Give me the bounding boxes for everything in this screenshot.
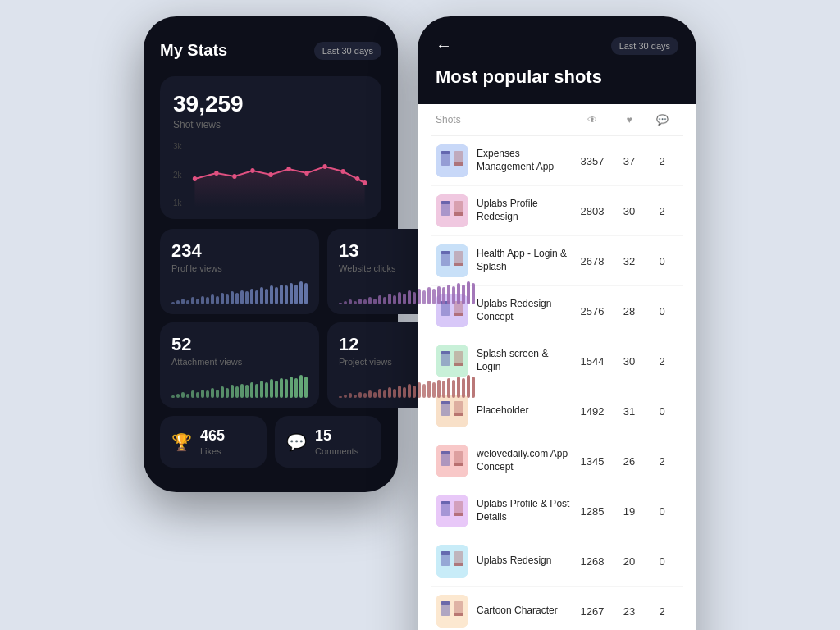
mini-bar <box>191 297 194 304</box>
mini-bar <box>265 382 268 398</box>
svg-rect-35 <box>454 363 463 366</box>
stats-grid: 234Profile views13Website clicks52Attach… <box>160 229 381 408</box>
mini-bar <box>240 384 244 399</box>
mini-bar <box>388 294 391 304</box>
mini-bar <box>354 301 357 304</box>
mini-bar <box>211 388 214 398</box>
svg-rect-18 <box>441 201 450 204</box>
mini-bar <box>427 287 431 304</box>
shot-likes-1: 30 <box>613 205 646 217</box>
mini-bar <box>413 292 416 304</box>
mini-bar <box>299 375 303 398</box>
svg-point-1 <box>214 171 218 176</box>
mini-bar <box>432 289 436 304</box>
shot-comments-5: 0 <box>646 405 678 418</box>
shot-likes-6: 26 <box>613 455 646 468</box>
table-row[interactable]: Uplabs Profile Redesign2803302 <box>431 186 683 236</box>
svg-rect-58 <box>441 601 450 605</box>
shot-name-6: welovedaily.com App Concept <box>477 448 572 473</box>
th-views: 👁 <box>572 114 613 126</box>
shot-views-6: 1345 <box>572 455 613 468</box>
mini-bar <box>260 381 263 398</box>
table-row[interactable]: welovedaily.com App Concept1345262 <box>431 436 683 486</box>
shot-comments-4: 2 <box>646 355 678 368</box>
shot-name-9: Cartoon Character <box>477 605 558 618</box>
mini-bar <box>270 379 273 398</box>
mini-bar <box>294 285 298 305</box>
mini-bar <box>280 378 283 399</box>
svg-point-2 <box>232 174 236 179</box>
shot-thumb-9 <box>436 595 468 628</box>
svg-point-3 <box>250 168 254 173</box>
mini-bar <box>403 294 406 304</box>
table-row[interactable]: Cartoon Character1267232 <box>431 587 683 630</box>
shot-likes-7: 19 <box>613 505 646 518</box>
mini-bar <box>422 290 426 304</box>
svg-rect-30 <box>454 313 463 316</box>
shot-thumb-8 <box>436 545 468 578</box>
mini-bar <box>181 299 185 304</box>
mini-bar <box>299 281 303 304</box>
shot-comments-3: 0 <box>646 305 678 317</box>
shots-table: Shots 👁 ♥ 💬 Expenses Management App33573… <box>418 104 696 630</box>
mini-bar <box>181 392 185 398</box>
table-row[interactable]: Health App - Login & Splash2678320 <box>431 236 683 286</box>
svg-rect-45 <box>454 463 463 466</box>
svg-point-5 <box>286 167 290 171</box>
stat-card-0: 234Profile views <box>160 229 319 314</box>
mini-bar <box>378 389 381 398</box>
shot-name-0: Expenses Management App <box>477 148 572 173</box>
mini-bar <box>457 283 460 304</box>
mini-bar <box>285 379 288 398</box>
mini-bar <box>363 393 367 398</box>
table-row[interactable]: Uplabs Profile & Post Details1285190 <box>431 486 683 536</box>
stat-card-2: 52Attachment views <box>160 322 319 408</box>
shot-comments-1: 2 <box>646 205 678 217</box>
right-phone-badge: Last 30 days <box>611 37 678 55</box>
mini-bar <box>245 385 249 398</box>
mini-bar <box>201 390 204 399</box>
bottom-card-0: 🏆465Likes <box>160 416 267 468</box>
shot-info-1: Uplabs Profile Redesign <box>436 194 572 227</box>
mini-bar <box>285 285 288 304</box>
svg-rect-43 <box>441 451 450 454</box>
mini-bar <box>472 377 475 398</box>
mini-bar <box>250 289 253 304</box>
mini-bar <box>221 293 224 304</box>
shot-thumb-4 <box>436 345 468 377</box>
shot-name-5: Placeholder <box>477 404 528 418</box>
shot-comments-9: 2 <box>646 605 678 618</box>
mini-bar <box>196 299 199 304</box>
mini-bar <box>354 395 357 398</box>
table-row[interactable]: Uplabs Redesign1268200 <box>431 536 683 587</box>
table-row[interactable]: Expenses Management App3357372 <box>431 136 683 186</box>
shot-name-4: Splash screen & Login <box>477 348 572 373</box>
svg-point-7 <box>322 164 326 169</box>
mini-bar <box>176 394 180 398</box>
mini-bar <box>378 295 381 304</box>
mini-bar <box>452 286 455 304</box>
mini-bar <box>186 394 189 398</box>
th-shots: Shots <box>436 114 572 126</box>
mini-bar <box>226 388 229 398</box>
mini-bar <box>462 285 465 304</box>
chart-y-labels: 3k 2k 1k <box>173 142 182 208</box>
shot-likes-0: 37 <box>613 155 646 167</box>
shot-likes-5: 31 <box>613 405 646 418</box>
mini-bar <box>339 396 342 398</box>
shot-likes-3: 28 <box>613 305 646 317</box>
svg-point-9 <box>355 176 359 181</box>
stat-number-0: 234 <box>171 240 308 262</box>
mini-bar-chart-0 <box>171 281 308 304</box>
mini-bar <box>403 387 406 398</box>
mini-bar <box>452 380 455 398</box>
mini-bar <box>393 295 396 304</box>
bottom-label-1: Comments <box>315 446 358 456</box>
bottom-card-1: 💬15Comments <box>275 416 381 468</box>
shot-info-2: Health App - Login & Splash <box>436 244 572 277</box>
mini-bar <box>265 289 268 304</box>
shot-likes-8: 20 <box>613 555 646 568</box>
mini-bar <box>462 378 465 398</box>
stat-number-2: 52 <box>171 334 308 355</box>
back-button[interactable]: ← <box>436 36 452 55</box>
